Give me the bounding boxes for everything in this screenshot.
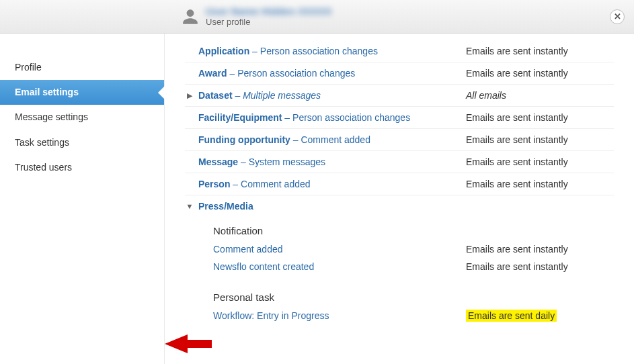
category-label: Award (198, 68, 227, 79)
status-label: Emails are sent instantly (466, 261, 614, 272)
sidebar-item-task-settings[interactable]: Task settings (0, 130, 164, 155)
sub-row-workflow-entry[interactable]: Workflow: Entry in Progress Emails are s… (185, 307, 614, 324)
main-content: Application – Person association changes… (165, 34, 634, 364)
user-name-obscured: User Name Hidden XXXXX (206, 6, 332, 17)
category-label: Press/Media (198, 201, 253, 212)
status-label-highlighted: Emails are sent daily (466, 310, 557, 322)
category-desc: Person association changes (292, 112, 410, 123)
setting-row-message[interactable]: Message – System messages Emails are sen… (185, 151, 614, 173)
status-label: Emails are sent instantly (466, 134, 614, 145)
setting-row-award[interactable]: Award – Person association changes Email… (185, 62, 614, 85)
sub-item-label: Workflow: Entry in Progress (213, 310, 466, 321)
setting-row-dataset[interactable]: ▶Dataset – Multiple messages All emails (185, 85, 614, 107)
annotation-arrow-icon (165, 332, 212, 356)
setting-row-funding[interactable]: Funding opportunity – Comment added Emai… (185, 129, 614, 151)
close-button[interactable]: ✕ (610, 9, 625, 24)
sidebar-item-email-settings[interactable]: Email settings (0, 80, 164, 105)
setting-row-application[interactable]: Application – Person association changes… (185, 40, 614, 62)
category-label: Dataset (198, 90, 233, 101)
sub-item-label: Comment added (213, 244, 466, 255)
category-label: Funding opportunity (198, 134, 290, 145)
status-label: Emails are sent instantly (466, 156, 614, 167)
status-label: Emails are sent instantly (466, 46, 614, 56)
sidebar: Profile Email settings Message settings … (0, 34, 165, 364)
header-subtitle: User profile (206, 17, 332, 27)
category-label: Person (198, 179, 230, 189)
setting-row-person[interactable]: Person – Comment added Emails are sent i… (185, 173, 614, 195)
setting-row-press-media[interactable]: ▼Press/Media (185, 195, 614, 217)
sub-row-comment-added[interactable]: Comment added Emails are sent instantly (185, 240, 614, 258)
section-heading-personal-task: Personal task (185, 275, 614, 307)
category-label: Message (198, 156, 238, 167)
category-desc: System messages (249, 156, 325, 167)
status-label: Emails are sent instantly (466, 244, 614, 255)
sidebar-item-trusted-users[interactable]: Trusted users (0, 155, 164, 180)
status-label: Emails are sent instantly (466, 179, 614, 189)
avatar-icon (182, 8, 199, 26)
category-desc: Person association changes (237, 68, 355, 79)
close-icon: ✕ (614, 11, 621, 21)
category-label: Facility/Equipment (198, 112, 282, 123)
sidebar-item-profile[interactable]: Profile (0, 55, 164, 80)
category-label: Application (198, 46, 249, 56)
caret-down-icon: ▼ (185, 202, 194, 210)
sub-row-newsflo[interactable]: Newsflo content created Emails are sent … (185, 258, 614, 275)
category-desc: Person association changes (260, 46, 378, 56)
setting-row-facility[interactable]: Facility/Equipment – Person association … (185, 107, 614, 129)
section-heading-notification: Notification (185, 217, 614, 240)
caret-right-icon: ▶ (185, 91, 194, 100)
header-bar: User Name Hidden XXXXX User profile ✕ (0, 0, 634, 34)
sub-item-label: Newsflo content created (213, 261, 466, 272)
status-label: Emails are sent instantly (466, 112, 614, 123)
status-label: All emails (466, 90, 614, 101)
svg-marker-0 (165, 334, 212, 353)
sidebar-item-message-settings[interactable]: Message settings (0, 105, 164, 130)
category-desc: Comment added (301, 134, 370, 145)
category-desc: Comment added (241, 179, 311, 189)
status-label: Emails are sent instantly (466, 68, 614, 79)
category-desc: Multiple messages (243, 90, 321, 101)
